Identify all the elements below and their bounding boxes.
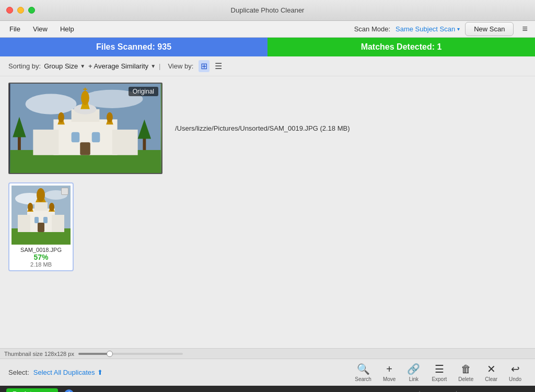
original-group: Original /Users/lizzie/Pictures/Unsorted… <box>8 83 527 174</box>
avg-similarity-label: + Average Similarity <box>88 62 148 70</box>
svg-point-37 <box>49 203 54 211</box>
select-all-label: Select All Duplicates <box>33 368 95 376</box>
files-scanned-label: Files Scanned: <box>96 42 157 51</box>
svg-rect-39 <box>43 217 48 223</box>
original-image <box>9 84 161 173</box>
duplicate-checkbox[interactable] <box>61 188 68 195</box>
duplicate-photo-item[interactable]: SAM_0018.JPG 57% 2.18 MB <box>8 182 74 271</box>
svg-rect-6 <box>112 130 138 155</box>
original-badge: Original <box>129 87 158 96</box>
avg-similarity-sort[interactable]: + Average Similarity ▼ <box>88 62 156 70</box>
svg-rect-19 <box>80 142 90 155</box>
menu-file[interactable]: File <box>4 23 26 35</box>
thumbnail-size-slider[interactable] <box>78 353 183 355</box>
clear-tool-button[interactable]: ✕ Clear <box>480 361 503 384</box>
files-scanned-text: Files Scanned: 935 <box>96 42 171 52</box>
menu-help[interactable]: Help <box>55 23 79 35</box>
sorting-by-label: Sorting by: <box>8 62 41 70</box>
files-scanned-panel: Files Scanned: 935 <box>0 38 268 56</box>
register-now-button[interactable]: Register now <box>6 388 58 392</box>
svg-rect-5 <box>33 130 59 155</box>
slider-handle[interactable] <box>107 351 113 357</box>
undo-tool-button[interactable]: ↩ Undo <box>504 361 527 384</box>
duplicate-image <box>11 186 71 245</box>
bottom-tools: 🔍 Search + Move 🔗 Link ☰ Export 🗑 Delete… <box>350 361 527 384</box>
svg-point-33 <box>37 188 45 202</box>
svg-point-1 <box>26 94 77 114</box>
undo-icon: ↩ <box>511 363 520 375</box>
minimize-button[interactable] <box>17 7 24 14</box>
svg-rect-31 <box>34 202 48 211</box>
group-size-label: Group Size <box>44 62 78 70</box>
titlebar: Duplicate Photo Cleaner <box>0 0 535 21</box>
status-separator-2: | <box>456 390 458 392</box>
files-scanned-count: 935 <box>157 42 171 51</box>
sort-separator: | <box>159 62 160 70</box>
link-icon: 🔗 <box>407 363 420 375</box>
svg-point-16 <box>107 112 113 123</box>
list-view-icon[interactable]: ☰ <box>213 60 224 72</box>
undo-tool-label: Undo <box>509 376 521 382</box>
scan-mode-label: Scan Mode: <box>354 25 390 33</box>
matches-detected-label: Matches Detected: <box>361 42 437 51</box>
info-icon: i <box>64 389 74 392</box>
status-separator: | <box>418 390 421 392</box>
scan-mode-select[interactable]: Same Subject Scan ▾ <box>396 25 460 33</box>
select-arrow-icon: ⬆ <box>97 368 103 376</box>
delete-tool-button[interactable]: 🗑 Delete <box>453 361 479 384</box>
original-photo[interactable]: Original <box>8 83 162 174</box>
export-tool-button[interactable]: ☰ Export <box>426 361 452 384</box>
svg-point-14 <box>58 112 64 123</box>
stats-bar: Files Scanned: 935 Matches Detected: 1 <box>0 38 535 56</box>
svg-point-35 <box>28 203 33 211</box>
grid-view-icon[interactable]: ⊞ <box>199 60 210 72</box>
select-all-duplicates-button[interactable]: Select All Duplicates ⬆ <box>33 368 103 376</box>
matches-detected-count: 1 <box>437 42 441 51</box>
maximize-button[interactable] <box>28 7 35 14</box>
original-filepath: /Users/lizzie/Pictures/Unsorted/SAM_0019… <box>175 124 350 132</box>
sorting-bar: Sorting by: Group Size ▼ + Average Simil… <box>0 56 535 76</box>
duplicate-filesize: 2.18 MB <box>30 261 52 268</box>
traffic-lights <box>6 7 35 14</box>
duplicate-similarity: 57% <box>33 253 48 261</box>
new-scan-button[interactable]: New Scan <box>465 22 514 36</box>
search-tool-button[interactable]: 🔍 Search <box>350 361 377 384</box>
duplicate-filename: SAM_0018.JPG <box>20 247 62 253</box>
move-tool-button[interactable]: + Move <box>378 361 401 384</box>
main-content: Original /Users/lizzie/Pictures/Unsorted… <box>0 76 535 348</box>
view-by-label: View by: <box>168 62 193 70</box>
export-tool-label: Export <box>432 376 447 382</box>
menu-view[interactable]: View <box>28 23 53 35</box>
view-icons: ⊞ ☰ <box>199 60 224 72</box>
delete-icon: 🗑 <box>461 363 471 375</box>
slider-bar: Thumbnail size 128x128 px <box>0 348 535 359</box>
bottom-toolbar: Select: Select All Duplicates ⬆ 🔍 Search… <box>0 359 535 386</box>
statusbar: Register now i 2 images are in this gall… <box>0 386 535 392</box>
toolbar-right: Scan Mode: Same Subject Scan ▾ New Scan … <box>354 22 531 36</box>
avg-similarity-arrow-icon: ▼ <box>150 63 156 69</box>
group-size-arrow-icon: ▼ <box>80 63 85 69</box>
search-icon: 🔍 <box>357 363 370 375</box>
svg-rect-29 <box>18 215 30 232</box>
app-title: Duplicate Photo Cleaner <box>231 6 305 14</box>
scan-mode-value: Same Subject Scan <box>396 25 455 33</box>
clear-tool-label: Clear <box>485 376 497 382</box>
svg-rect-18 <box>92 132 100 143</box>
link-tool-button[interactable]: 🔗 Link <box>402 361 425 384</box>
duplicate-group: SAM_0018.JPG 57% 2.18 MB <box>8 182 527 271</box>
thumbnail-size-label: Thumbnail size 128x128 px <box>4 351 74 357</box>
export-icon: ☰ <box>435 363 444 375</box>
move-tool-label: Move <box>383 376 396 382</box>
select-label: Select: <box>8 368 29 376</box>
move-icon: + <box>386 363 392 375</box>
svg-rect-17 <box>72 132 80 143</box>
link-tool-label: Link <box>409 376 418 382</box>
group-size-sort[interactable]: Group Size ▼ <box>44 62 85 70</box>
svg-point-10 <box>81 91 89 105</box>
matches-detected-panel: Matches Detected: 1 <box>268 38 535 56</box>
hamburger-menu-icon[interactable]: ≡ <box>519 22 531 36</box>
svg-rect-40 <box>38 223 44 232</box>
chevron-down-icon: ▾ <box>457 26 460 32</box>
svg-rect-22 <box>143 137 146 150</box>
close-button[interactable] <box>6 7 13 14</box>
